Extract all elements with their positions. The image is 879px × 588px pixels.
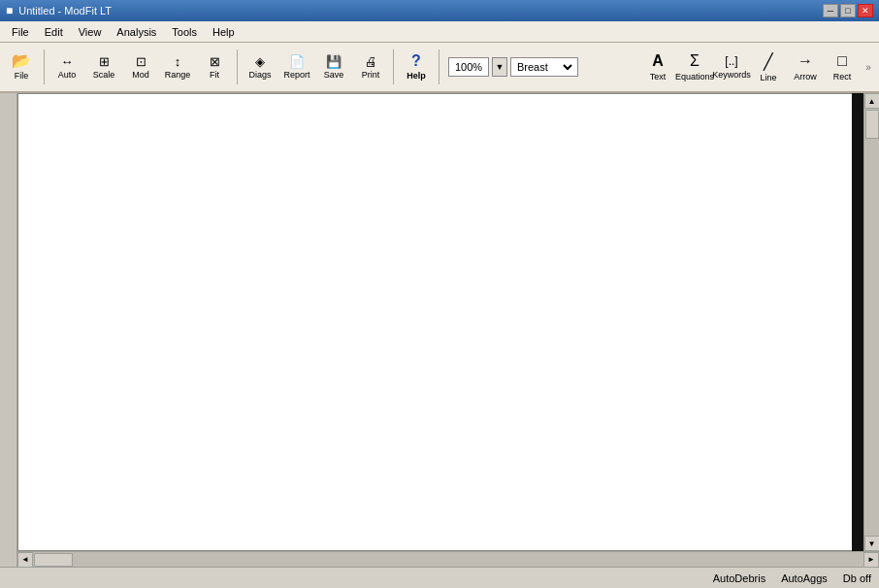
toolbar-rect-button[interactable]: □ Rect xyxy=(825,46,860,88)
scroll-track-h xyxy=(33,552,863,568)
vertical-scrollbar: ▲ ▼ xyxy=(863,93,879,551)
canvas-content xyxy=(17,93,863,551)
minimize-button[interactable]: ─ xyxy=(823,4,838,17)
scroll-down-button[interactable]: ▼ xyxy=(864,536,880,551)
toolbar: 📂 File ↔ Auto ⊞ Scale ⊡ Mod ↕ Range ⊠ Fi… xyxy=(0,43,879,93)
toolbar-expand-button[interactable]: » xyxy=(862,46,875,88)
black-bar xyxy=(852,93,863,551)
scroll-thumb-v[interactable] xyxy=(865,110,879,139)
scroll-thumb-h[interactable] xyxy=(34,553,73,567)
line-icon: ╱ xyxy=(764,52,773,71)
help-label: Help xyxy=(407,71,426,81)
mod-label: Mod xyxy=(132,70,149,80)
save-icon: 💾 xyxy=(326,55,342,68)
menu-item-view[interactable]: View xyxy=(71,24,110,40)
maximize-button[interactable]: □ xyxy=(840,4,856,17)
toolbar-diags-button[interactable]: ◈ Diags xyxy=(243,46,277,88)
equations-icon: Σ xyxy=(690,52,700,70)
menu-bar: FileEditViewAnalysisToolsHelp xyxy=(0,21,879,43)
toolbar-report-button[interactable]: 📄 Report xyxy=(279,46,314,88)
status-autodebris: AutoDebris xyxy=(713,572,765,584)
toolbar-fit-button[interactable]: ⊠ Fit xyxy=(197,46,232,88)
separator-3 xyxy=(393,49,394,84)
toolbar-keywords-button[interactable]: [..] Keywords xyxy=(714,46,749,88)
file-icon: 📂 xyxy=(12,53,31,69)
close-button[interactable]: ✕ xyxy=(858,4,873,17)
scroll-track-v xyxy=(864,109,880,536)
menu-item-analysis[interactable]: Analysis xyxy=(109,24,164,40)
text-label: Text xyxy=(650,72,667,82)
title-bar: ■ Untitled - ModFit LT ─ □ ✕ xyxy=(0,0,879,21)
main-area: ▲ ▼ ◄ ► xyxy=(0,93,879,567)
help-icon: ? xyxy=(411,53,421,69)
toolbar-text-button[interactable]: A Text xyxy=(640,46,675,88)
right-toolbar: A Text Σ Equations [..] Keywords ╱ Line … xyxy=(640,46,875,88)
arrow-label: Arrow xyxy=(794,72,817,82)
separator-1 xyxy=(44,49,45,84)
file-label: File xyxy=(15,71,29,81)
zoom-input[interactable] xyxy=(448,57,489,77)
scroll-up-button[interactable]: ▲ xyxy=(864,93,880,109)
toolbar-file-button[interactable]: 📂 File xyxy=(4,46,39,88)
menu-item-file[interactable]: File xyxy=(4,24,37,40)
status-autoaggs: AutoAggs xyxy=(781,572,828,584)
auto-label: Auto xyxy=(58,70,77,80)
scroll-right-button[interactable]: ► xyxy=(863,552,879,568)
status-bar: AutoDebris AutoAggs Db off xyxy=(0,567,879,588)
range-label: Range xyxy=(165,70,191,80)
zoom-dropdown-button[interactable]: ▼ xyxy=(492,57,507,77)
title-bar-left: ■ Untitled - ModFit LT xyxy=(6,4,112,17)
toolbar-help-button[interactable]: ? Help xyxy=(399,46,434,88)
equations-label: Equations xyxy=(675,72,714,82)
dataset-dropdown[interactable]: Breast Sample1 Sample2 xyxy=(510,57,578,77)
report-label: Report xyxy=(283,70,309,80)
keywords-icon: [..] xyxy=(725,54,737,68)
separator-2 xyxy=(237,49,238,84)
rect-icon: □ xyxy=(837,52,847,70)
menu-item-help[interactable]: Help xyxy=(205,24,243,40)
scroll-left-button[interactable]: ◄ xyxy=(17,552,33,568)
menu-item-tools[interactable]: Tools xyxy=(164,24,205,40)
fit-label: Fit xyxy=(210,70,219,80)
toolbar-print-button[interactable]: 🖨 Print xyxy=(353,46,388,88)
status-db: Db off xyxy=(843,572,871,584)
toolbar-scale-button[interactable]: ⊞ Scale xyxy=(86,46,121,88)
toolbar-equations-button[interactable]: Σ Equations xyxy=(677,46,712,88)
toolbar-auto-button[interactable]: ↔ Auto xyxy=(49,46,84,88)
print-icon: 🖨 xyxy=(365,55,377,68)
text-icon: A xyxy=(652,52,664,70)
mod-icon: ⊡ xyxy=(136,55,146,68)
toolbar-save-button[interactable]: 💾 Save xyxy=(316,46,351,88)
canvas-wrapper: ▲ ▼ ◄ ► xyxy=(17,93,879,567)
dataset-select[interactable]: Breast Sample1 Sample2 xyxy=(513,60,575,74)
horizontal-scrollbar: ◄ ► xyxy=(17,551,879,567)
diags-label: Diags xyxy=(248,70,271,80)
zoom-area: ▼ Breast Sample1 Sample2 xyxy=(448,57,578,77)
scale-label: Scale xyxy=(93,70,115,80)
rect-label: Rect xyxy=(833,72,852,82)
range-icon: ↕ xyxy=(175,55,181,68)
toolbar-mod-button[interactable]: ⊡ Mod xyxy=(123,46,158,88)
toolbar-arrow-button[interactable]: → Arrow xyxy=(788,46,823,88)
save-label: Save xyxy=(324,70,344,80)
app-title: Untitled - ModFit LT xyxy=(18,5,112,16)
title-bar-controls: ─ □ ✕ xyxy=(823,4,873,17)
arrow-icon: → xyxy=(798,52,813,70)
left-ruler xyxy=(0,93,17,567)
menu-item-edit[interactable]: Edit xyxy=(37,24,71,40)
print-label: Print xyxy=(362,70,380,80)
auto-icon: ↔ xyxy=(61,55,74,68)
separator-4 xyxy=(439,49,440,84)
keywords-label: Keywords xyxy=(712,70,751,80)
line-label: Line xyxy=(760,73,776,82)
fit-icon: ⊠ xyxy=(210,55,220,68)
toolbar-line-button[interactable]: ╱ Line xyxy=(751,46,786,88)
scale-icon: ⊞ xyxy=(99,55,110,68)
toolbar-range-button[interactable]: ↕ Range xyxy=(160,46,195,88)
report-icon: 📄 xyxy=(289,55,305,68)
diags-icon: ◈ xyxy=(255,55,265,68)
app-icon: ■ xyxy=(6,4,13,17)
